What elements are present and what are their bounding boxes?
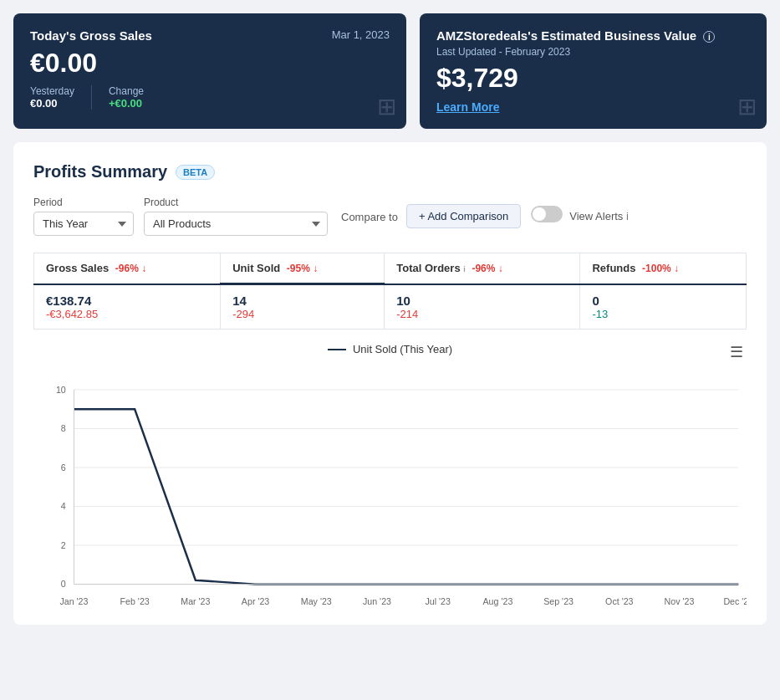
legend-line-icon [328, 349, 346, 350]
svg-text:Aug '23: Aug '23 [483, 596, 513, 606]
svg-text:Feb '23: Feb '23 [120, 596, 150, 606]
svg-text:4: 4 [61, 501, 66, 511]
total-orders-main: 10 [396, 294, 568, 308]
business-card-watermark: ⊞ [737, 93, 757, 120]
total-orders-cell: 10 -214 [385, 284, 580, 330]
chart-container: 0 2 4 6 8 10 Jan '23 Feb '23 Mar '23 Apr… [33, 365, 747, 625]
add-comparison-button[interactable]: + Add Comparison [406, 204, 521, 228]
svg-text:Jan '23: Jan '23 [59, 596, 88, 606]
col-total-orders[interactable]: Total Orders i -96% ↓ [385, 253, 580, 284]
unit-sold-cell: 14 -294 [221, 284, 385, 330]
compare-to-label: Compare to [341, 211, 398, 228]
chart-menu-icon[interactable]: ☰ [726, 343, 747, 361]
period-select[interactable]: This Year Last Year This Month Last Mont… [33, 212, 134, 236]
filters-row: Period This Year Last Year This Month La… [33, 197, 747, 236]
svg-text:Nov '23: Nov '23 [665, 596, 695, 606]
svg-text:Jun '23: Jun '23 [363, 596, 391, 606]
metrics-values-row: €138.74 -€3,642.85 14 -294 10 -214 0 -13 [34, 284, 747, 330]
business-value-amount: $3,729 [436, 63, 750, 94]
change-label: Change [109, 85, 144, 97]
svg-text:2: 2 [61, 540, 66, 550]
product-label: Product [144, 197, 328, 208]
svg-text:6: 6 [61, 462, 66, 473]
chart-legend: Unit Sold (This Year) [328, 343, 452, 355]
total-orders-info-icon[interactable]: i [463, 265, 466, 273]
yesterday-value: €0.00 [30, 97, 74, 110]
profits-summary-section: Profits Summary BETA Period This Year La… [13, 142, 767, 625]
beta-badge: BETA [176, 165, 215, 180]
svg-text:0: 0 [61, 580, 66, 590]
refunds-cell: 0 -13 [580, 284, 747, 330]
svg-text:10: 10 [56, 385, 66, 395]
unit-sold-diff: -294 [232, 308, 372, 320]
view-alerts-toggle[interactable] [531, 206, 563, 222]
svg-text:Oct '23: Oct '23 [605, 596, 633, 606]
gross-sales-diff: -€3,642.85 [46, 308, 208, 320]
svg-text:Dec '23: Dec '23 [723, 596, 747, 606]
card-watermark-grid: ⊞ [377, 93, 396, 120]
product-filter-group: Product All Products [144, 197, 328, 236]
refunds-diff: -13 [592, 308, 734, 320]
refunds-main: 0 [592, 294, 734, 308]
svg-text:Sep '23: Sep '23 [543, 596, 574, 606]
total-orders-diff: -214 [396, 308, 568, 320]
svg-text:Apr '23: Apr '23 [242, 596, 270, 606]
svg-text:Mar '23: Mar '23 [181, 596, 210, 606]
business-value-info-icon[interactable]: i [703, 31, 715, 43]
business-value-card: AMZStoredeals's Estimated Business Value… [420, 13, 767, 129]
business-value-title: AMZStoredeals's Estimated Business Value… [436, 28, 715, 43]
profits-header: Profits Summary BETA [33, 162, 747, 181]
gross-sales-date: Mar 1, 2023 [332, 28, 390, 41]
unit-sold-main: 14 [232, 294, 372, 308]
chart-legend-label: Unit Sold (This Year) [353, 343, 452, 355]
gross-sales-amount: €0.00 [30, 48, 390, 79]
gross-sales-cell: €138.74 -€3,642.85 [34, 284, 221, 330]
svg-text:Jul '23: Jul '23 [425, 596, 451, 606]
profits-title: Profits Summary [33, 162, 167, 181]
svg-text:8: 8 [61, 423, 66, 433]
col-refunds[interactable]: Refunds -100% ↓ [580, 253, 747, 284]
chart-line [74, 409, 738, 584]
chart-svg: 0 2 4 6 8 10 Jan '23 Feb '23 Mar '23 Apr… [33, 365, 747, 625]
compare-section: Compare to + Add Comparison [341, 204, 521, 228]
chart-section: Unit Sold (This Year) ☰ 0 2 4 6 8 10 [33, 330, 747, 625]
yesterday-label: Yesterday [30, 85, 74, 97]
change-value: +€0.00 [109, 97, 144, 110]
col-gross-sales[interactable]: Gross Sales -96% ↓ [34, 253, 221, 284]
period-label: Period [33, 197, 134, 208]
learn-more-link[interactable]: Learn More [436, 100, 750, 114]
view-alerts-label: View Alerts i [569, 210, 629, 222]
col-unit-sold[interactable]: Unit Sold -95% ↓ [221, 253, 385, 284]
gross-sales-title: Today's Gross Sales [30, 28, 152, 43]
gross-sales-card: Today's Gross Sales Mar 1, 2023 €0.00 Ye… [13, 13, 406, 129]
business-value-subtitle: Last Updated - February 2023 [436, 46, 750, 58]
gross-sales-main: €138.74 [46, 294, 208, 308]
view-alerts-info-icon[interactable]: i [626, 210, 629, 222]
view-alerts-section: View Alerts i [531, 206, 629, 227]
metrics-table: Gross Sales -96% ↓ Unit Sold -95% ↓ Tota… [33, 253, 747, 330]
period-filter-group: Period This Year Last Year This Month La… [33, 197, 134, 236]
yesterday-item: Yesterday €0.00 [30, 85, 92, 110]
change-item: Change +€0.00 [109, 85, 161, 110]
product-select[interactable]: All Products [144, 212, 328, 236]
svg-text:May '23: May '23 [301, 596, 332, 606]
